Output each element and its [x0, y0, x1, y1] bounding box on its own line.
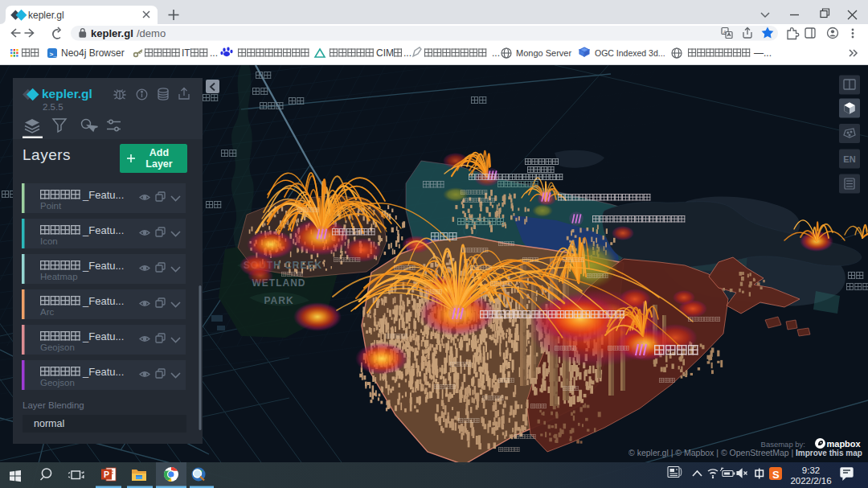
svg-text:9:32: 9:32	[802, 465, 820, 475]
svg-text:2.5.5: 2.5.5	[43, 102, 63, 112]
svg-text:IT: IT	[182, 47, 190, 59]
svg-text:S: S	[772, 469, 780, 481]
svg-text:normal: normal	[34, 418, 64, 429]
svg-text:Layer: Layer	[145, 158, 172, 170]
svg-text:OGC Indexed 3d...: OGC Indexed 3d...	[595, 48, 665, 58]
svg-text:kepler.gl: kepler.gl	[42, 87, 92, 100]
svg-text:Geojson: Geojson	[40, 342, 75, 352]
svg-text:_Featu...: _Featu...	[82, 295, 124, 307]
svg-text:_Featu...: _Featu...	[82, 330, 124, 342]
svg-text:Layers: Layers	[23, 146, 71, 163]
svg-text:Geojson: Geojson	[40, 378, 75, 388]
svg-text:Point: Point	[40, 201, 62, 211]
svg-text:_Featu...: _Featu...	[82, 224, 124, 236]
svg-text:Add: Add	[149, 147, 169, 158]
svg-text:kepler.gl: kepler.gl	[28, 10, 64, 21]
svg-text:>_: >_	[50, 51, 58, 58]
svg-text:CIM: CIM	[376, 47, 394, 59]
svg-text:Neo4j Browser: Neo4j Browser	[61, 47, 125, 59]
svg-text:Layer Blending: Layer Blending	[23, 400, 84, 410]
svg-text:Heatmap: Heatmap	[40, 272, 78, 281]
svg-text:2022/2/16: 2022/2/16	[790, 476, 831, 486]
svg-text:A: A	[723, 30, 727, 35]
svg-text:P: P	[104, 470, 109, 479]
svg-text:EN: EN	[843, 154, 855, 164]
svg-text:—...: —...	[754, 47, 772, 59]
svg-text:Icon: Icon	[40, 236, 58, 246]
svg-text:_Featu...: _Featu...	[82, 366, 124, 378]
svg-text:/demo: /demo	[137, 27, 166, 39]
svg-text:Mongo Server: Mongo Server	[516, 48, 571, 58]
svg-text:_Featu...: _Featu...	[82, 260, 124, 272]
svg-text:PARK: PARK	[264, 295, 293, 306]
svg-text:_Featu...: _Featu...	[82, 189, 124, 201]
svg-text:Improve this map: Improve this map	[796, 449, 862, 457]
svg-text:Arc: Arc	[40, 307, 55, 317]
svg-text:...: ...	[210, 47, 218, 59]
svg-text:...: ...	[492, 47, 500, 59]
svg-text:mapbox: mapbox	[827, 439, 862, 449]
svg-text:...: ...	[403, 47, 411, 59]
svg-text:kepler.gl: kepler.gl	[91, 27, 133, 39]
svg-text:© kepler.gl | © Mapbox | © Ope: © kepler.gl | © Mapbox | © OpenStreetMap…	[628, 448, 793, 457]
